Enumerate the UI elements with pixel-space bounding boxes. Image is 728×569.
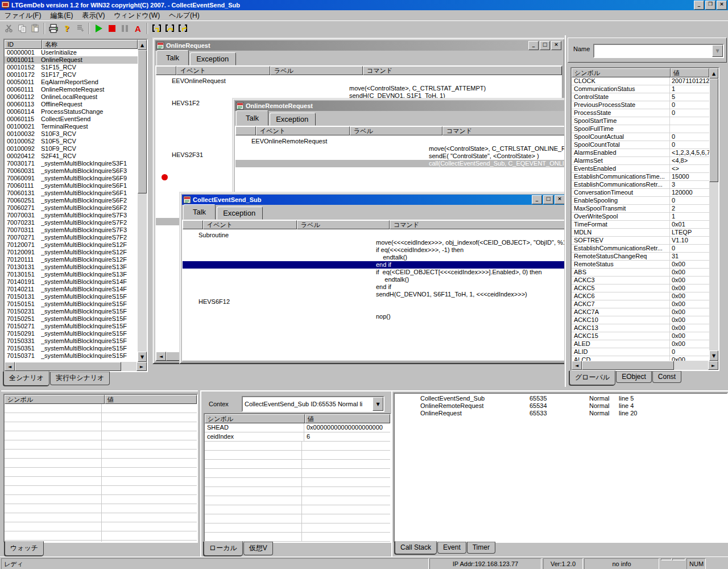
symbol-row[interactable]: ALCD 0x00	[572, 356, 709, 361]
symbol-row[interactable]: EventsEnabled <>	[572, 165, 709, 173]
symbol-row[interactable]: ACKC3 0x00	[572, 277, 709, 284]
symbol-row[interactable]: EstablishCommunicationsRetr... 3	[572, 181, 709, 189]
breakpoint-gutter[interactable]	[156, 137, 172, 144]
column-header-command[interactable]: コマンド	[363, 66, 562, 75]
tab-talk[interactable]: Talk	[183, 204, 216, 220]
scenario-row[interactable]: 70150231 _systemMultiBlockInquireS15F	[5, 308, 138, 315]
scroll-thumb[interactable]	[709, 79, 718, 182]
tab-const[interactable]: Const	[652, 371, 681, 383]
tab-watch[interactable]: ウォッチ	[5, 541, 44, 556]
context-row[interactable]: SHEAD 0x00000000000000000000	[205, 423, 390, 432]
step-over-button[interactable]	[163, 22, 176, 35]
breakpoint-gutter[interactable]	[183, 313, 198, 320]
stop-button[interactable]	[105, 22, 118, 35]
breakpoint-gutter[interactable]	[156, 85, 172, 92]
scenario-row[interactable]: 00050011 EqAlarmReportSend	[5, 79, 138, 86]
script-row[interactable]: endtalk()	[183, 254, 564, 261]
script-row[interactable]: call(CollectEventSend_Sub, C_EQEVENT_ONL…	[235, 160, 564, 167]
symbol-row[interactable]: CommunicationStatus 1	[572, 85, 709, 93]
breakpoint-gutter[interactable]	[183, 298, 198, 306]
column-header-command[interactable]: コマンド	[442, 126, 564, 135]
scroll-right-icon[interactable]: ►	[136, 362, 147, 371]
scenario-row[interactable]: 70060131 _systemMultiBlockInquireS6F1	[5, 189, 138, 197]
cut-button[interactable]	[2, 22, 15, 35]
breakpoint-gutter[interactable]	[183, 283, 198, 291]
script-row[interactable]: EEVOnlineRequest	[156, 77, 562, 85]
run-button[interactable]	[92, 22, 105, 35]
context-row[interactable]: ceidIndex 6	[205, 432, 390, 442]
close-button[interactable]: ×	[551, 41, 561, 50]
scenario-row[interactable]: 70150371 _systemMultiBlockInquireS15F	[5, 352, 138, 360]
script-row[interactable]: Subroutine	[183, 232, 564, 239]
list-button[interactable]	[73, 22, 86, 35]
pause-button[interactable]	[118, 22, 131, 35]
breakpoint-gutter[interactable]	[156, 129, 172, 137]
scenario-row[interactable]: 70060091 _systemMultiBlockInquireS6F9	[5, 175, 138, 182]
scenario-row[interactable]: 70070031 _systemMultiBlockInquireS7F3	[5, 212, 138, 219]
tab-eobject[interactable]: EObject	[616, 371, 652, 383]
scenario-row[interactable]: 70150251 _systemMultiBlockInquireS15F	[5, 315, 138, 323]
vertical-scrollbar[interactable]: ▲ ▼	[138, 40, 147, 362]
breakpoint-gutter[interactable]	[183, 306, 198, 313]
symbol-row[interactable]: EstablishCommunicationsRetr... 0	[572, 245, 709, 253]
scenario-row[interactable]: 70150291 _systemMultiBlockInquireS15F	[5, 330, 138, 337]
scroll-thumb[interactable]	[138, 50, 147, 193]
scenario-row[interactable]: 70140191 _systemMultiBlockInquireS14F	[5, 278, 138, 286]
scenario-row[interactable]: 70120111 _systemMultiBlockInquireS12F	[5, 256, 138, 263]
script-row[interactable]	[183, 306, 564, 313]
symbol-row[interactable]: EnableSpooling 0	[572, 197, 709, 205]
column-header-event[interactable]: イベント	[256, 126, 350, 135]
scenario-row[interactable]: 70150271 _systemMultiBlockInquireS15F	[5, 323, 138, 330]
symbol-row[interactable]: AlarmsEnabled <1,2,3,4,5,6,7,8,	[572, 149, 709, 157]
copy-button[interactable]	[15, 22, 28, 35]
scroll-track[interactable]	[674, 361, 708, 370]
tab-call-stack[interactable]: Call Stack	[395, 541, 437, 554]
scroll-right-icon[interactable]: ►	[708, 361, 718, 370]
column-header-value[interactable]: 値	[105, 395, 197, 404]
symbol-row[interactable]: SpoolFullTime	[572, 125, 709, 133]
breakpoint-gutter[interactable]	[156, 159, 172, 166]
close-button[interactable]: ×	[555, 195, 564, 204]
scenario-row[interactable]: 70060111 _systemMultiBlockInquireS6F1	[5, 182, 138, 189]
scenario-row[interactable]: 70150331 _systemMultiBlockInquireS15F	[5, 337, 138, 345]
scenario-row[interactable]: 70140211 _systemMultiBlockInquireS14F	[5, 286, 138, 293]
scenario-row[interactable]: 70130131 _systemMultiBlockInquireS13F	[5, 263, 138, 271]
menu-help[interactable]: ヘルプ(H)	[164, 10, 204, 21]
symbol-row[interactable]: SpoolCountTotal 0	[572, 141, 709, 149]
tab-global[interactable]: グローバル	[569, 370, 615, 385]
callstack-row[interactable]: CollectEventSend_Sub 65535 Normal line 5	[395, 395, 727, 402]
scenario-row[interactable]: 00010152 S1F15_RCV	[5, 64, 138, 71]
scenario-row[interactable]: 00060111 OnlineRemoteRequest	[5, 86, 138, 93]
script-row[interactable]: if eq(<CEID_OBJECT[<<<ceidIndex>>>].Enab…	[183, 269, 564, 276]
scroll-down-icon[interactable]: ▼	[138, 352, 147, 362]
column-header-value[interactable]: 値	[305, 414, 390, 423]
symbol-row[interactable]: ALED 0x00	[572, 340, 709, 348]
window-titlebar[interactable]: CollectEventSend_Sub _ □ ×	[182, 195, 564, 205]
print-button[interactable]	[47, 22, 60, 35]
scenario-row[interactable]: 00060113 OfflineRequest	[5, 101, 138, 108]
symbol-row[interactable]: ACKC7 0x00	[572, 300, 709, 308]
paste-button[interactable]	[28, 22, 42, 35]
symbol-row[interactable]: ProcessState 0	[572, 109, 709, 117]
symbol-row[interactable]: RemoteStatusChangeReq 31	[572, 253, 709, 261]
scenario-row[interactable]: 00100052 S10F5_RCV	[5, 138, 138, 145]
scroll-left-icon[interactable]: ◄	[572, 361, 582, 370]
scroll-thumb[interactable]	[582, 361, 674, 370]
symbol-row[interactable]: SOFTREV V1.10	[572, 237, 709, 245]
scenario-row[interactable]: 00060112 OnlineLocalRequest	[5, 93, 138, 101]
tab-talk[interactable]: Talk	[236, 110, 268, 126]
horizontal-scrollbar[interactable]: ◄ ►	[5, 362, 147, 371]
callstack-row[interactable]: OnlineRemoteRequest 65534 Normal line 4	[395, 402, 727, 410]
script-row[interactable]: move(<ControlState>, C_CTRLSTAT_ATTEMPT)	[156, 85, 562, 92]
scroll-track[interactable]	[121, 362, 136, 371]
symbol-row[interactable]: ACKC7A 0x00	[572, 308, 709, 316]
vertical-scrollbar[interactable]: ▲ ▼	[709, 68, 718, 361]
breakpoint-gutter[interactable]	[156, 203, 172, 211]
column-header-symbol[interactable]: シンボル	[205, 414, 305, 423]
breakpoint-gutter[interactable]	[235, 152, 251, 160]
column-header-name[interactable]: 名称	[42, 40, 138, 49]
breakpoint-gutter[interactable]	[156, 188, 172, 196]
scenario-row[interactable]: 70060271 _systemMultiBlockInquireS6F2	[5, 204, 138, 212]
symbol-row[interactable]: ACKC15 0x00	[572, 332, 709, 340]
tab-virtual[interactable]: 仮想V	[243, 542, 273, 555]
